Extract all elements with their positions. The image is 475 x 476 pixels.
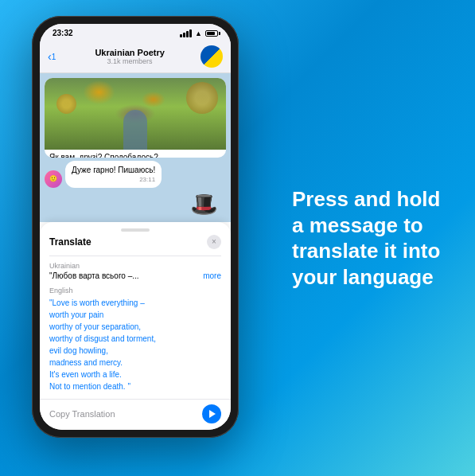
copy-translation-label[interactable]: Copy Translation (49, 409, 115, 419)
chat-header: ‹ 1 Ukrainian Poetry 3.1k members (40, 41, 231, 73)
status-bar: 23:32 ▲ (40, 24, 231, 41)
status-time: 23:32 (53, 29, 73, 37)
translate-body: Ukrainian "Любов варта всього –... more … (40, 256, 231, 399)
play-icon (209, 410, 216, 418)
channel-message[interactable]: Як вам, друзі? Сподобалось? 23:10 (45, 78, 226, 158)
signal-icon (180, 29, 192, 37)
promo-text: Press and hold a message to translate it… (292, 186, 451, 290)
chat-title-area: Ukrainian Poetry 3.1k members (59, 48, 201, 65)
channel-avatar[interactable] (201, 45, 223, 68)
phone-screen: 23:32 ▲ ‹ 1 (40, 24, 231, 430)
message-image (45, 78, 226, 150)
status-icons: ▲ (180, 29, 218, 37)
promo-heading: Press and hold a message to translate it… (292, 186, 451, 290)
chat-members: 3.1k members (59, 57, 201, 65)
original-text-row: "Любов варта всього –... more (49, 271, 221, 280)
battery-icon (205, 30, 218, 37)
channel-message-text: Як вам, друзі? Сподобалось? (49, 153, 221, 158)
user-message[interactable]: Дуже гарно! Пишаюсь! 23:11 (65, 161, 162, 188)
chat-title: Ukrainian Poetry (59, 48, 201, 57)
back-button[interactable]: ‹ 1 (48, 50, 56, 63)
drag-handle (40, 222, 231, 235)
translate-header: Translate × (40, 235, 231, 256)
phone-frame: 23:32 ▲ ‹ 1 (32, 16, 239, 438)
user-message-text: Дуже гарно! Пишаюсь! (72, 166, 155, 174)
wifi-icon: ▲ (195, 29, 202, 37)
translate-title: Translate (49, 236, 91, 248)
hat-emoji: 🎩 (190, 191, 218, 217)
more-link[interactable]: more (203, 271, 221, 280)
phone-mockup: 23:32 ▲ ‹ 1 (32, 16, 239, 438)
translated-text: "Love is worth everything – worth your p… (49, 297, 221, 392)
target-lang-label: English (49, 287, 221, 295)
play-button[interactable] (202, 404, 221, 423)
close-button[interactable]: × (207, 235, 221, 249)
chat-area: Як вам, друзі? Сподобалось? 23:10 🙂 Дуже… (40, 73, 231, 222)
user-message-row: 🙂 Дуже гарно! Пишаюсь! 23:11 (45, 161, 226, 188)
original-text: "Любов варта всього –... (49, 271, 200, 280)
translate-panel: Translate × Ukrainian "Любов варта всьог… (40, 222, 231, 431)
source-lang-label: Ukrainian (49, 262, 221, 270)
user-avatar: 🙂 (45, 170, 62, 188)
user-message-time: 23:11 (72, 176, 155, 183)
translate-footer: Copy Translation (40, 399, 231, 430)
